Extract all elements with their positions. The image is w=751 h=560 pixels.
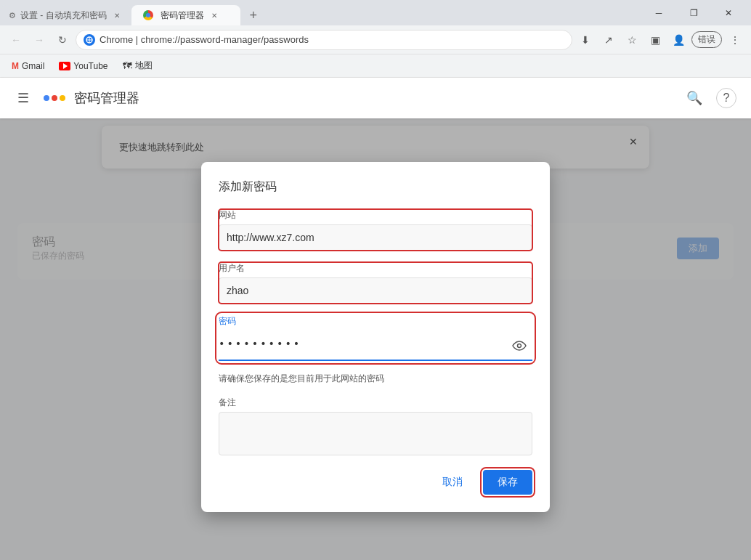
username-input[interactable] <box>219 277 532 304</box>
address-text: Chrome | chrome://password-manager/passw… <box>100 34 564 45</box>
note-label: 备注 <box>219 397 532 409</box>
back-button[interactable]: ← <box>6 30 26 50</box>
bookmarks-bar: M Gmail YouTube 🗺 地图 <box>0 54 751 78</box>
add-password-dialog: 添加新密码 网站 用户名 密码 <box>201 162 550 512</box>
settings-tab-close[interactable]: ✕ <box>111 9 123 21</box>
bookmark-maps[interactable]: 🗺 地图 <box>117 57 158 75</box>
header-actions: 🔍 ? <box>681 85 739 111</box>
forward-icon: → <box>34 34 44 46</box>
chrome-logo-icon <box>140 7 156 23</box>
page-body: 更快速地跳转到此处 ✕ 密码 已保存的密码 添加 添加新密码 <box>0 118 751 560</box>
star-icon: ☆ <box>628 34 637 46</box>
restore-button[interactable]: ❐ <box>677 0 710 25</box>
tab-settings[interactable]: ⚙ 设置 - 自动填充和密码 ✕ <box>0 5 131 25</box>
youtube-label: YouTube <box>73 61 107 71</box>
site-icon <box>84 34 95 46</box>
cancel-button[interactable]: 取消 <box>428 470 477 495</box>
forward-button[interactable]: → <box>29 30 49 50</box>
sidebar-icon: ▣ <box>651 34 660 46</box>
google-dots <box>44 95 65 101</box>
help-button[interactable]: ? <box>716 88 736 108</box>
navigation-bar: ← → ↻ Chrome | chrome://password-manager… <box>0 25 751 54</box>
share-icon-button[interactable]: ↗ <box>598 30 619 50</box>
dialog-title: 添加新密码 <box>219 179 532 195</box>
note-field-group: 备注 <box>219 397 532 458</box>
password-label: 密码 <box>219 315 532 328</box>
close-button[interactable]: ✕ <box>712 0 745 25</box>
bookmark-icon-button[interactable]: ☆ <box>622 30 642 50</box>
password-field-group: 密码 <box>219 315 532 361</box>
note-input[interactable] <box>219 412 532 455</box>
password-tab-label: 密码管理器 <box>161 9 204 22</box>
settings-tab-label: 设置 - 自动填充和密码 <box>20 9 107 22</box>
download-icon-button[interactable]: ⬇ <box>575 30 596 50</box>
password-hint-text: 请确保您保存的是您目前用于此网站的密码 <box>219 373 532 385</box>
menu-icon-button[interactable]: ⋮ <box>725 30 745 50</box>
password-wrapper <box>219 330 532 361</box>
password-input[interactable] <box>219 330 532 357</box>
svg-point-3 <box>518 344 521 348</box>
refresh-button[interactable]: ↻ <box>52 30 73 50</box>
back-icon: ← <box>11 34 21 46</box>
error-badge[interactable]: 错误 <box>691 31 722 48</box>
page-title: 密码管理器 <box>74 89 139 107</box>
main-content: ☰ 密码管理器 🔍 ? 更快速地跳转到此处 ✕ 密码 <box>0 78 751 560</box>
username-field-group: 用户名 <box>219 262 532 304</box>
password-visibility-toggle[interactable] <box>509 336 529 356</box>
menu-icon: ⋮ <box>730 34 740 46</box>
window-controls: ─ ❐ ✕ <box>642 0 751 25</box>
download-icon: ⬇ <box>581 34 590 46</box>
title-bar: ⚙ 设置 - 自动填充和密码 ✕ 密码管理器 ✕ + ─ ❐ <box>0 0 751 25</box>
new-tab-button[interactable]: + <box>243 5 264 25</box>
settings-tab-icon: ⚙ <box>9 11 16 20</box>
gmail-icon: M <box>12 61 19 71</box>
modal-overlay: 添加新密码 网站 用户名 密码 <box>0 118 751 560</box>
maps-icon: 🗺 <box>123 60 132 71</box>
page-header: ☰ 密码管理器 🔍 ? <box>0 78 751 118</box>
gmail-label: Gmail <box>22 61 44 71</box>
save-button[interactable]: 保存 <box>483 470 532 495</box>
tab-password-manager[interactable]: 密码管理器 ✕ <box>131 5 240 25</box>
password-tab-close[interactable]: ✕ <box>208 9 220 21</box>
username-label: 用户名 <box>219 262 532 275</box>
website-input[interactable] <box>219 224 532 251</box>
refresh-icon: ↻ <box>58 34 67 46</box>
page-search-button[interactable]: 🔍 <box>681 85 707 111</box>
tab-list: ⚙ 设置 - 自动填充和密码 ✕ 密码管理器 ✕ + <box>0 0 642 25</box>
share-icon: ↗ <box>604 34 613 46</box>
bookmark-gmail[interactable]: M Gmail <box>6 58 50 74</box>
minimize-button[interactable]: ─ <box>642 0 675 25</box>
website-field-group: 网站 <box>219 209 532 251</box>
dialog-footer: 取消 保存 <box>219 470 532 495</box>
website-label: 网站 <box>219 209 532 222</box>
address-bar[interactable]: Chrome | chrome://password-manager/passw… <box>76 30 572 50</box>
hamburger-menu-button[interactable]: ☰ <box>12 84 35 112</box>
nav-icons: ⬇ ↗ ☆ ▣ 👤 错误 ⋮ <box>575 30 745 50</box>
maps-label: 地图 <box>135 60 153 72</box>
bookmark-youtube[interactable]: YouTube <box>53 58 113 74</box>
profile-icon-button[interactable]: 👤 <box>668 30 689 50</box>
youtube-icon <box>59 62 70 70</box>
sidebar-icon-button[interactable]: ▣ <box>645 30 665 50</box>
profile-icon: 👤 <box>673 34 685 46</box>
